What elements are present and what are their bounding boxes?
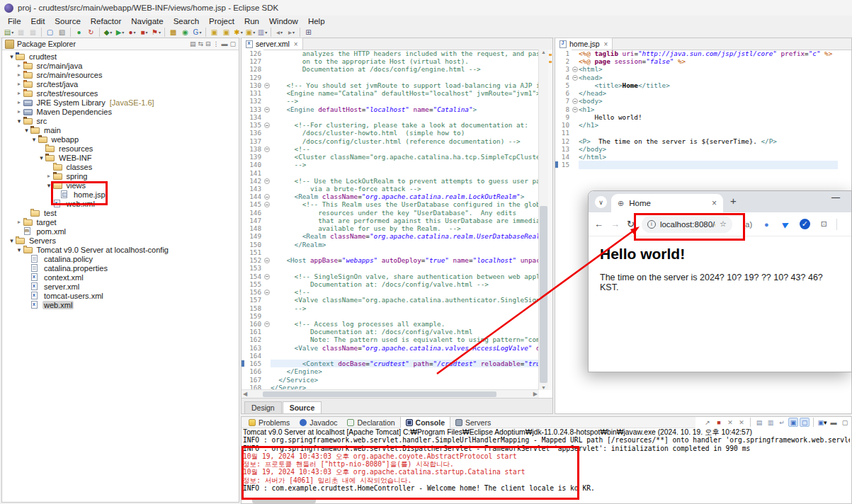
save-all-icon[interactable]: ▦: [28, 27, 38, 38]
open-console-link-icon[interactable]: ↗: [703, 418, 712, 427]
chevron-right-icon[interactable]: ▸: [16, 108, 23, 115]
code-line[interactable]: 15: [555, 161, 838, 168]
tree-item-maven-dependencies[interactable]: ▸Maven Dependencies: [2, 107, 239, 116]
code-line[interactable]: 10</h1>: [555, 121, 838, 129]
minimize-view-icon[interactable]: ▬: [221, 40, 227, 47]
tab-problems[interactable]: Problems: [244, 417, 295, 428]
code-line[interactable]: 132 -->: [242, 97, 539, 105]
view-menu-icon[interactable]: ⋮: [212, 40, 219, 47]
code-line[interactable]: 154 <!-- SingleSignOn valve, share authe…: [242, 273, 539, 280]
code-line[interactable]: 165 <Context docBase="crudtest" path="/c…: [242, 360, 539, 367]
menu-window[interactable]: Window: [264, 17, 303, 25]
code-line[interactable]: 148 available for use by the Realm. -->: [242, 224, 539, 232]
tab-server-xml[interactable]: server.xml ×: [242, 38, 303, 50]
maximize-view-icon[interactable]: ▢: [229, 40, 236, 47]
tree-item-resources[interactable]: resources: [2, 144, 239, 153]
fold-toggle-icon[interactable]: [263, 193, 271, 200]
code-line[interactable]: 126 analyzes the HTTP headers included w…: [242, 50, 539, 57]
menu-file[interactable]: File: [3, 17, 26, 25]
tree-item-jre-system-library[interactable]: ▸JRE System Library[JavaSE-1.6]: [2, 98, 239, 107]
fold-toggle-icon[interactable]: [572, 105, 579, 113]
code-line[interactable]: 130 <!-- You should set jvmRoute to supp…: [242, 81, 539, 89]
fold-toggle-icon[interactable]: [263, 200, 271, 208]
vertical-scrollbar[interactable]: ▲ ▼: [538, 50, 548, 390]
display-selected-console-icon-icon[interactable]: ▢: [800, 418, 810, 427]
back-history-icon[interactable]: ◂▾: [274, 27, 285, 38]
focus-on-active-task-icon[interactable]: ▤: [190, 40, 196, 47]
debug-icon[interactable]: ◆▾: [103, 27, 113, 38]
code-line[interactable]: 5 <title>Home</title>: [555, 81, 838, 89]
menu-edit[interactable]: Edit: [26, 17, 50, 25]
coverage-icon[interactable]: ●▾: [127, 27, 137, 38]
tree-item-web-inf[interactable]: ▾WEB-INF: [2, 153, 239, 162]
code-line[interactable]: 158 -->: [242, 304, 539, 312]
external-tools-icon[interactable]: ⚑▾: [151, 27, 161, 38]
tree-item-web.xml[interactable]: web.xml: [2, 199, 239, 208]
tree-item-target[interactable]: ▸target: [2, 217, 239, 227]
tree-item-catalina.policy[interactable]: catalina.policy: [2, 254, 239, 263]
code-line[interactable]: 135 <!--For clustering, please take a lo…: [242, 121, 539, 129]
code-line[interactable]: 137 /docs/config/cluster.html (reference…: [242, 137, 539, 145]
chevron-down-icon[interactable]: ▾: [16, 246, 23, 253]
code-line[interactable]: 4<head>: [555, 74, 838, 81]
tree-item-tomcat-v9.0-server-at-localhost-config[interactable]: ▾Tomcat v9.0 Server at localhost-config: [2, 245, 239, 254]
code-line[interactable]: 163 <Valve className="org.apache.catalin…: [242, 344, 539, 352]
close-tab-icon[interactable]: ×: [604, 40, 608, 48]
code-line[interactable]: 142 <!-- Use the LockOutRealm to prevent…: [242, 177, 539, 185]
browser-tab-home[interactable]: ⊕ Home ×: [611, 194, 723, 212]
save-icon[interactable]: ▦: [16, 27, 26, 38]
tree-item-crudtest[interactable]: ▾crudtest: [2, 52, 239, 61]
new-file-icon[interactable]: ▣▾: [245, 27, 256, 38]
tree-item-home.jsp[interactable]: home.jsp: [2, 190, 239, 199]
new-wizard-icon[interactable]: ▤▾: [4, 27, 14, 38]
tab-home-jsp[interactable]: home.jsp ×: [555, 38, 613, 50]
menu-project[interactable]: Project: [204, 17, 239, 25]
fold-toggle-icon[interactable]: [263, 145, 271, 153]
scroll-lock-icon-icon[interactable]: ▥: [766, 418, 776, 427]
code-line[interactable]: 161 Documentation at: /docs/config/valve…: [242, 328, 539, 336]
run-icon[interactable]: ▶▾: [115, 27, 125, 38]
tree-item-pom.xml[interactable]: pom.xml: [2, 227, 239, 236]
scrollbar-thumb[interactable]: [540, 206, 547, 383]
collapse-all-icon[interactable]: ⊟: [205, 40, 211, 47]
back-icon[interactable]: ←: [594, 219, 603, 229]
chevron-right-icon[interactable]: ▸: [16, 90, 23, 96]
code-line[interactable]: 167 </Service>: [242, 376, 539, 384]
code-line[interactable]: 147 that are performed against this User…: [242, 217, 539, 224]
tree-item-webapp[interactable]: ▾webapp: [2, 134, 239, 144]
scrollbar-thumb[interactable]: [263, 391, 496, 397]
chevron-down-icon[interactable]: ▾: [16, 118, 23, 125]
code-line[interactable]: 2<%@ page session="false" %>: [555, 57, 838, 65]
chevron-right-icon[interactable]: ▸: [16, 62, 23, 69]
reload-icon[interactable]: ↻: [627, 219, 635, 229]
fold-toggle-icon[interactable]: [263, 288, 271, 296]
address-bar[interactable]: i localhost:8080/cr... ☆: [642, 216, 732, 233]
forward-icon[interactable]: →: [610, 219, 620, 229]
code-line[interactable]: 13</body>: [555, 145, 838, 153]
tree-item-catalina.properties[interactable]: catalina.properties: [2, 263, 239, 273]
tree-item-classes[interactable]: classes: [2, 162, 239, 171]
url-text[interactable]: localhost:8080/cr...: [660, 220, 715, 229]
console-scrollbar-thumb[interactable]: [252, 498, 316, 503]
menu-refactor[interactable]: Refactor: [86, 17, 126, 25]
code-line[interactable]: 3<html>: [555, 65, 838, 73]
fold-toggle-icon[interactable]: [263, 81, 271, 89]
menu-search[interactable]: Search: [169, 17, 204, 25]
code-line[interactable]: 134: [242, 113, 539, 121]
tree-item-src-main-java[interactable]: ▸src/main/java: [2, 61, 239, 70]
code-line[interactable]: 146 resources under the key "UserDatabas…: [242, 209, 539, 217]
restart-server-icon[interactable]: ↻: [86, 27, 96, 38]
send-icon[interactable]: ▶: [778, 217, 793, 231]
chevron-right-icon[interactable]: ▸: [16, 71, 23, 78]
overview-ruler[interactable]: [548, 50, 552, 390]
project-tree[interactable]: ▾crudtest▸src/main/java▸src/main/resourc…: [2, 50, 239, 502]
tree-item-views[interactable]: ▾views: [2, 181, 239, 190]
extensions-puzzle-icon[interactable]: ⊡: [819, 219, 829, 229]
tree-item-spring[interactable]: ▸spring: [2, 171, 239, 181]
scroll-down-icon[interactable]: ▼: [539, 385, 548, 390]
code-line[interactable]: 149 <Realm className="org.apache.catalin…: [242, 232, 539, 240]
tab-servers[interactable]: Servers: [450, 417, 496, 428]
minimize-view-icon-icon[interactable]: ▬: [829, 418, 839, 427]
chevron-right-icon[interactable]: ▸: [16, 81, 23, 87]
code-line[interactable]: 12<P> The time on the server is ${server…: [555, 137, 838, 145]
